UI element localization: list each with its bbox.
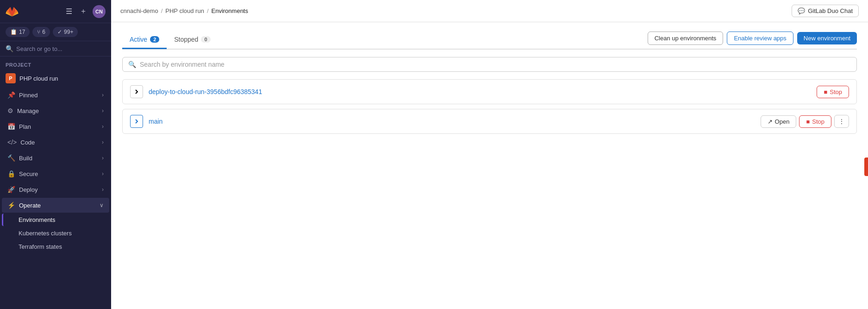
stop-button-1[interactable]: ■ Stop bbox=[817, 86, 849, 98]
stop-button-2[interactable]: ■ Stop bbox=[799, 115, 831, 128]
sidebar-item-kubernetes[interactable]: Kubernetes clusters bbox=[2, 227, 109, 240]
tab-active[interactable]: Active 2 bbox=[122, 32, 167, 49]
expand-button-1[interactable] bbox=[130, 85, 143, 98]
project-name: PHP cloud run bbox=[19, 75, 58, 82]
duo-chat-icon: 💬 bbox=[798, 7, 805, 14]
issues-count: 99+ bbox=[64, 29, 73, 35]
more-actions-button-2[interactable]: ⋮ bbox=[834, 115, 849, 128]
project-avatar: P bbox=[6, 73, 16, 83]
stop-icon: ■ bbox=[824, 88, 827, 95]
chevron-down-icon: ∨ bbox=[100, 202, 104, 208]
deploy-icon: 🚀 bbox=[7, 186, 15, 193]
environment-actions-1: ■ Stop bbox=[817, 86, 849, 98]
enable-review-apps-button[interactable]: Enable review apps bbox=[727, 32, 793, 45]
clean-up-button[interactable]: Clean up environments bbox=[648, 32, 724, 45]
sidebar-header: ☰ ＋ CN bbox=[0, 0, 111, 23]
breadcrumb: cnnachi-demo / PHP cloud run / Environme… bbox=[120, 7, 248, 14]
duo-chat-button[interactable]: 💬 GitLab Duo Chat bbox=[792, 5, 859, 17]
issues-counter[interactable]: ✓ 99+ bbox=[53, 27, 78, 37]
breadcrumb-current: Environments bbox=[212, 7, 248, 14]
sidebar-item-manage[interactable]: ⚙ Manage › bbox=[2, 103, 109, 118]
sidebar-item-secure[interactable]: 🔒 Secure › bbox=[2, 166, 109, 181]
sidebar-item-deploy[interactable]: 🚀 Deploy › bbox=[2, 182, 109, 197]
project-section-label: Project bbox=[0, 57, 111, 69]
chevron-right-icon: › bbox=[102, 107, 104, 114]
code-icon: </> bbox=[7, 139, 17, 146]
sidebar-item-label: Manage bbox=[17, 107, 39, 114]
issues-icon: ✓ bbox=[57, 29, 62, 35]
environment-search-box[interactable]: 🔍 bbox=[122, 57, 857, 72]
sidebar-item-label: Code bbox=[20, 139, 35, 146]
environments-label: Environments bbox=[19, 216, 55, 223]
gitlab-logo-icon bbox=[6, 5, 19, 18]
stop-icon: ■ bbox=[806, 118, 810, 125]
chevron-right-icon bbox=[134, 119, 139, 124]
kubernetes-label: Kubernetes clusters bbox=[19, 230, 72, 237]
sidebar-item-label: Plan bbox=[19, 123, 31, 130]
chevron-right-icon: › bbox=[102, 186, 104, 193]
chevron-right-icon: › bbox=[102, 139, 104, 145]
breadcrumb-item-project[interactable]: PHP cloud run bbox=[165, 7, 204, 14]
secure-icon: 🔒 bbox=[7, 170, 15, 177]
sidebar-item-build[interactable]: 🔨 Build › bbox=[2, 151, 109, 165]
environment-row-1: deploy-to-cloud-run-3956bdfc96385341 ■ S… bbox=[122, 79, 857, 104]
global-search-input[interactable] bbox=[16, 45, 106, 52]
sidebar-item-label: Deploy bbox=[19, 186, 37, 193]
topbar: cnnachi-demo / PHP cloud run / Environme… bbox=[111, 0, 868, 22]
environment-name-2[interactable]: main bbox=[149, 118, 761, 125]
sidebar-item-label: Build bbox=[19, 155, 32, 162]
sidebar-item-plan[interactable]: 📅 Plan › bbox=[2, 119, 109, 134]
new-item-button[interactable]: ＋ bbox=[78, 5, 89, 18]
user-avatar[interactable]: CN bbox=[93, 5, 106, 18]
build-icon: 🔨 bbox=[7, 154, 15, 162]
breadcrumb-separator: / bbox=[161, 7, 163, 14]
sidebar-item-operate[interactable]: ⚡ Operate ∨ bbox=[2, 198, 109, 213]
search-icon: 🔍 bbox=[6, 45, 13, 52]
mr-icon: ⑂ bbox=[37, 29, 40, 35]
stop-label: Stop bbox=[812, 118, 824, 125]
breadcrumb-separator: / bbox=[207, 7, 209, 14]
tabs-actions: Clean up environments Enable review apps… bbox=[648, 32, 857, 49]
breadcrumb-item-org[interactable]: cnnachi-demo bbox=[120, 7, 158, 14]
mr-counter[interactable]: ⑂ 6 bbox=[32, 27, 50, 37]
topbar-right: 💬 GitLab Duo Chat bbox=[792, 5, 859, 17]
environment-tabs: Active 2 Stopped 0 bbox=[122, 32, 218, 48]
environment-actions-2: ↗ Open ■ Stop ⋮ bbox=[761, 115, 849, 128]
sidebar-item-environments[interactable]: Environments bbox=[2, 214, 109, 226]
chevron-right-icon: › bbox=[102, 170, 104, 177]
sidebar-item-label: Pinned bbox=[19, 92, 37, 99]
search-icon: 🔍 bbox=[128, 61, 136, 68]
chevron-right-icon: › bbox=[102, 123, 104, 130]
open-button-2[interactable]: ↗ Open bbox=[761, 115, 797, 128]
environment-search-input[interactable] bbox=[140, 61, 851, 68]
todo-counter[interactable]: 📋 17 bbox=[6, 27, 30, 37]
tab-stopped[interactable]: Stopped 0 bbox=[167, 32, 218, 49]
tabs-row: Active 2 Stopped 0 Clean up environments… bbox=[122, 32, 857, 50]
expand-button-2[interactable] bbox=[130, 115, 143, 128]
tab-active-count: 2 bbox=[150, 36, 159, 43]
stop-label: Stop bbox=[830, 88, 842, 95]
terraform-label: Terraform states bbox=[19, 243, 62, 250]
tab-stopped-label: Stopped bbox=[174, 36, 198, 43]
environment-name-1[interactable]: deploy-to-cloud-run-3956bdfc96385341 bbox=[149, 88, 817, 95]
sidebar: ☰ ＋ CN 📋 17 ⑂ 6 ✓ 99+ 🔍 Project P PHP cl… bbox=[0, 0, 111, 309]
sidebar-item-label: Operate bbox=[19, 202, 41, 209]
operate-icon: ⚡ bbox=[7, 202, 15, 209]
page-content: Active 2 Stopped 0 Clean up environments… bbox=[111, 22, 868, 309]
new-environment-button[interactable]: New environment bbox=[797, 32, 857, 44]
sidebar-toggle-button[interactable]: ☰ bbox=[64, 5, 74, 18]
sidebar-item-pinned[interactable]: 📌 Pinned › bbox=[2, 88, 109, 102]
sidebar-item-code[interactable]: </> Code › bbox=[2, 135, 109, 150]
sidebar-item-label: Secure bbox=[19, 170, 38, 177]
external-link-icon: ↗ bbox=[768, 118, 773, 125]
manage-icon: ⚙ bbox=[7, 107, 13, 114]
open-label: Open bbox=[775, 118, 790, 125]
todo-icon: 📋 bbox=[10, 29, 17, 35]
global-search-bar[interactable]: 🔍 bbox=[0, 41, 111, 57]
project-item: P PHP cloud run bbox=[0, 69, 111, 87]
sidebar-item-terraform[interactable]: Terraform states bbox=[2, 240, 109, 253]
duo-chat-label: GitLab Duo Chat bbox=[808, 7, 853, 14]
environment-row-2: main ↗ Open ■ Stop ⋮ bbox=[122, 109, 857, 134]
plan-icon: 📅 bbox=[7, 123, 15, 130]
chevron-right-icon: › bbox=[102, 155, 104, 161]
